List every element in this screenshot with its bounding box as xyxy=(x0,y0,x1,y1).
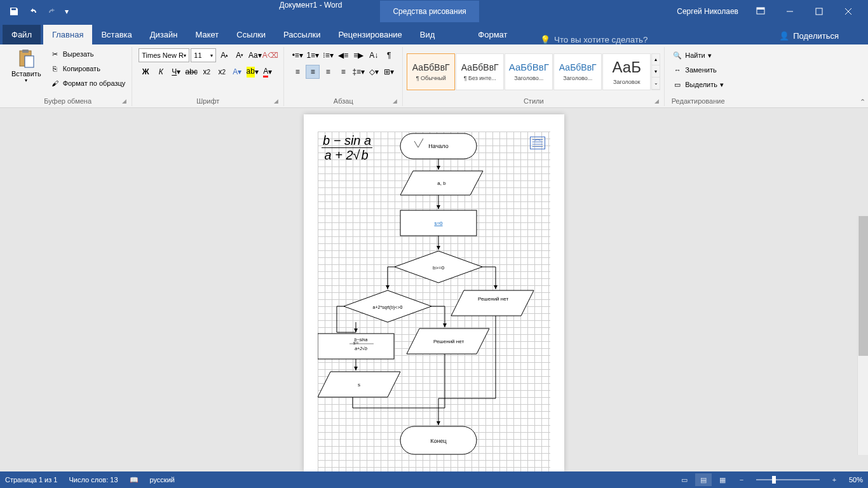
tab-review[interactable]: Рецензирование xyxy=(329,25,410,44)
tab-mailings[interactable]: Рассылки xyxy=(275,25,329,44)
font-name-combo[interactable]: Times New R▾ xyxy=(139,48,189,62)
replace-button[interactable]: ↔Заменить xyxy=(670,63,726,77)
read-mode-button[interactable]: ▭ xyxy=(676,473,693,486)
tab-file[interactable]: Файл xyxy=(3,25,41,44)
page-indicator[interactable]: Страница 1 из 1 xyxy=(5,476,57,484)
change-case-button[interactable]: Aa▾ xyxy=(248,48,262,62)
style-heading2[interactable]: АаБбВвГЗаголово... xyxy=(553,53,602,90)
print-layout-button[interactable]: ▤ xyxy=(695,473,712,486)
zoom-slider[interactable] xyxy=(756,479,820,480)
increase-indent-button[interactable]: ≡▶ xyxy=(351,48,365,62)
numbering-button[interactable]: 1≡▾ xyxy=(306,48,320,62)
align-right-button[interactable]: ≡ xyxy=(321,65,335,79)
style-heading1[interactable]: АаБбВвГЗаголово... xyxy=(505,53,553,90)
select-button[interactable]: ▭Выделить ▾ xyxy=(670,78,726,92)
qat-more-button[interactable]: ▾ xyxy=(62,3,71,20)
minimize-button[interactable] xyxy=(775,0,804,23)
styles-up[interactable]: ▴ xyxy=(652,54,660,66)
tab-format[interactable]: Формат xyxy=(469,25,516,44)
close-button[interactable] xyxy=(834,0,863,23)
styles-scroll-buttons[interactable]: ▴▾⌄ xyxy=(651,53,660,90)
svg-text:b>=0: b>=0 xyxy=(433,265,445,271)
align-left-button[interactable]: ≡ xyxy=(290,65,304,79)
shape-nosolution1[interactable] xyxy=(451,290,534,316)
save-button[interactable] xyxy=(5,3,23,20)
page[interactable]: b − sin a a + 2b Начало a, b s=0 b>= xyxy=(304,114,564,471)
zoom-slider-thumb[interactable] xyxy=(772,476,776,484)
decrease-indent-button[interactable]: ◀≡ xyxy=(336,48,350,62)
text-effects-button[interactable]: A▾ xyxy=(230,65,244,79)
lightbulb-icon: 💡 xyxy=(540,35,550,44)
styles-expand[interactable]: ⌄ xyxy=(652,78,660,90)
svg-text:a, b: a, b xyxy=(437,180,446,186)
tell-me-search[interactable]: 💡 xyxy=(540,35,681,44)
clipboard-group: Вставить ▾ ✂Вырезать ⎘Копировать 🖌Формат… xyxy=(4,47,132,106)
font-launcher[interactable]: ◢ xyxy=(272,98,280,105)
find-button[interactable]: 🔍Найти ▾ xyxy=(670,48,726,62)
replace-icon: ↔ xyxy=(672,65,682,75)
tell-me-input[interactable] xyxy=(554,35,681,44)
document-area[interactable]: b − sin a a + 2b Начало a, b s=0 b>= xyxy=(0,108,868,471)
zoom-out-button[interactable]: − xyxy=(733,473,750,486)
font-color-button[interactable]: A▾ xyxy=(261,65,275,79)
styles-launcher[interactable]: ◢ xyxy=(653,98,660,105)
style-title[interactable]: АаБЗаголовок xyxy=(602,53,651,90)
superscript-button[interactable]: x2 xyxy=(215,65,229,79)
paragraph-launcher[interactable]: ◢ xyxy=(391,98,398,105)
format-painter-button[interactable]: 🖌Формат по образцу xyxy=(48,76,128,90)
grow-font-button[interactable]: A▴ xyxy=(217,48,231,62)
bullets-button[interactable]: •≡▾ xyxy=(290,48,304,62)
copy-button[interactable]: ⎘Копировать xyxy=(48,62,128,76)
language-indicator[interactable]: русский xyxy=(150,476,175,484)
undo-button[interactable] xyxy=(24,3,42,20)
scrollbar-thumb[interactable] xyxy=(858,216,868,356)
user-name[interactable]: Сергей Николаев xyxy=(669,7,746,16)
borders-button[interactable]: ⊞▾ xyxy=(382,65,396,79)
paste-button[interactable]: Вставить ▾ xyxy=(8,47,45,96)
font-size-combo[interactable]: 11▾ xyxy=(191,48,216,62)
svg-text:Конец: Конец xyxy=(430,438,446,444)
multilevel-button[interactable]: ⁝≡▾ xyxy=(321,48,335,62)
tab-home[interactable]: Главная xyxy=(43,25,92,44)
collapse-ribbon-button[interactable]: ⌃ xyxy=(860,98,865,106)
align-center-button[interactable]: ≡ xyxy=(306,65,320,79)
redo-button[interactable] xyxy=(43,3,61,20)
maximize-button[interactable] xyxy=(804,0,834,23)
subscript-button[interactable]: x2 xyxy=(200,65,214,79)
cut-button[interactable]: ✂Вырезать xyxy=(48,47,128,61)
tab-view[interactable]: Вид xyxy=(411,25,444,44)
underline-button[interactable]: Ч▾ xyxy=(169,65,183,79)
bold-button[interactable]: Ж xyxy=(139,65,153,79)
vertical-scrollbar[interactable] xyxy=(857,216,868,455)
clipboard-launcher[interactable]: ◢ xyxy=(120,98,128,105)
shrink-font-button[interactable]: A▾ xyxy=(233,48,247,62)
tab-insert[interactable]: Вставка xyxy=(92,25,140,44)
show-marks-button[interactable]: ¶ xyxy=(382,48,396,62)
styles-group: АаБбВвГ¶ Обычный АаБбВвГ¶ Без инте... Аа… xyxy=(403,47,665,106)
styles-down[interactable]: ▾ xyxy=(652,65,660,78)
tab-layout[interactable]: Макет xyxy=(186,25,227,44)
highlight-button[interactable]: ab▾ xyxy=(245,65,259,79)
web-layout-button[interactable]: ▦ xyxy=(714,473,731,486)
tab-design[interactable]: Дизайн xyxy=(141,25,187,44)
justify-button[interactable]: ≡ xyxy=(336,65,350,79)
ribbon-options-button[interactable] xyxy=(746,0,775,23)
share-button[interactable]: 👤 Поделиться xyxy=(773,27,845,44)
shading-button[interactable]: ◇▾ xyxy=(367,65,381,79)
scissors-icon: ✂ xyxy=(50,49,60,59)
word-count[interactable]: Число слов: 13 xyxy=(69,476,118,484)
style-nospacing[interactable]: АаБбВвГ¶ Без инте... xyxy=(456,53,504,90)
flowchart[interactable]: Начало a, b s=0 b>=0 Решений нет a+2*sqr… xyxy=(318,132,551,471)
style-normal[interactable]: АаБбВвГ¶ Обычный xyxy=(407,53,455,90)
line-spacing-button[interactable]: ‡≡▾ xyxy=(351,65,365,79)
paragraph-group: •≡▾ 1≡▾ ⁝≡▾ ◀≡ ≡▶ A↓ ¶ ≡ ≡ ≡ ≡ ‡≡▾ ◇▾ ⊞▾… xyxy=(284,47,403,106)
svg-text:Решений нет: Решений нет xyxy=(433,339,464,344)
zoom-in-button[interactable]: + xyxy=(826,473,843,486)
sort-button[interactable]: A↓ xyxy=(367,48,381,62)
strikethrough-button[interactable]: abc xyxy=(184,65,198,79)
italic-button[interactable]: К xyxy=(154,65,168,79)
proofing-icon[interactable]: 📖 xyxy=(130,476,139,484)
zoom-level[interactable]: 50% xyxy=(849,476,863,484)
tab-references[interactable]: Ссылки xyxy=(227,25,275,44)
clear-format-button[interactable]: A⌫ xyxy=(263,48,277,62)
